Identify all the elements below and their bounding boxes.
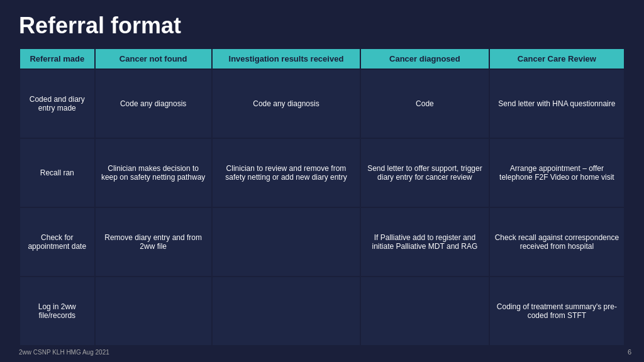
table-body: Coded and diary entry madeCode any diagn…	[19, 69, 625, 346]
page-title: Referral format	[19, 13, 625, 39]
col-header-cancer-diagnosed: Cancer diagnosed	[360, 48, 489, 69]
table-cell	[95, 277, 212, 346]
table-cell: Clinician makes decision to keep on safe…	[95, 138, 212, 207]
table-cell: Send letter with HNA questionnaire	[489, 69, 625, 138]
table-cell: If Palliative add to register and initia…	[360, 207, 489, 277]
table-cell: Code any diagnosis	[95, 69, 212, 138]
table-cell: Coding of treatment summary's pre-coded …	[489, 277, 625, 346]
table-row: Log in 2ww file/recordsCoding of treatme…	[19, 277, 625, 346]
slide: Referral format Referral made Cancer not…	[0, 0, 644, 362]
col-header-investigation-results: Investigation results received	[212, 48, 360, 69]
slide-number: 6	[628, 348, 631, 356]
table-cell: Code	[360, 69, 489, 138]
col-header-cancer-not-found: Cancer not found	[95, 48, 212, 69]
table-cell: Remove diary entry and from 2ww file	[95, 207, 212, 277]
table-cell: Code any diagnosis	[212, 69, 360, 138]
table-cell: Recall ran	[19, 138, 95, 207]
table-row: Coded and diary entry madeCode any diagn…	[19, 69, 625, 138]
table-header-row: Referral made Cancer not found Investiga…	[19, 48, 625, 69]
table-row: Recall ranClinician makes decision to ke…	[19, 138, 625, 207]
table-cell: Check for appointment date	[19, 207, 95, 277]
col-header-referral-made: Referral made	[19, 48, 95, 69]
table-cell: Log in 2ww file/records	[19, 277, 95, 346]
col-header-cancer-care-review: Cancer Care Review	[489, 48, 625, 69]
referral-table: Referral made Cancer not found Investiga…	[19, 48, 625, 346]
table-row: Check for appointment dateRemove diary e…	[19, 207, 625, 277]
table-cell	[360, 277, 489, 346]
table-cell	[212, 277, 360, 346]
table-cell: Coded and diary entry made	[19, 69, 95, 138]
table-cell: Send letter to offer support, trigger di…	[360, 138, 489, 207]
footer-text: 2ww CSNP KLH HMG Aug 2021	[19, 349, 625, 356]
table-cell: Arrange appointment – offer telephone F2…	[489, 138, 625, 207]
table-cell: Check recall against correspondence rece…	[489, 207, 625, 277]
table-cell	[212, 207, 360, 277]
table-cell: Clinician to review and remove from safe…	[212, 138, 360, 207]
